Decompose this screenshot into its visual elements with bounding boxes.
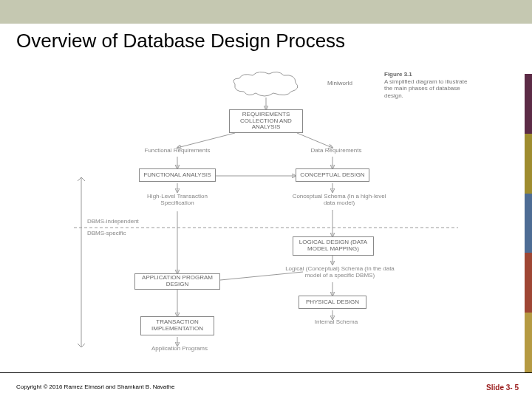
transaction-implementation-box: TRANSACTION IMPLEMENTATION bbox=[140, 316, 214, 335]
figure-caption-text: A simplified diagram to illustrate the m… bbox=[384, 78, 468, 99]
svg-line-19 bbox=[78, 177, 81, 181]
highlevel-transaction-label: High-Level Transaction Specification bbox=[133, 194, 222, 207]
side-stripe bbox=[525, 74, 532, 372]
miniworld-label: Miniworld bbox=[303, 80, 377, 86]
app-program-design-box: APPLICATION PROGRAM DESIGN bbox=[134, 273, 220, 290]
svg-line-20 bbox=[81, 344, 85, 347]
page-title: Overview of Database Design Process bbox=[16, 30, 345, 52]
application-programs-label: Application Programs bbox=[139, 346, 220, 352]
svg-line-21 bbox=[78, 344, 81, 347]
slide: Overview of Database Design Process bbox=[0, 0, 532, 399]
header-band bbox=[0, 0, 532, 24]
data-requirements-label: Data Requirements bbox=[296, 148, 377, 154]
requirements-box: REQUIREMENTS COLLECTION AND ANALYSIS bbox=[229, 109, 303, 133]
diagram: Figure 3.1 A simplified diagram to illus… bbox=[52, 66, 480, 362]
logical-design-box: LOGICAL DESIGN (DATA MODEL MAPPING) bbox=[293, 236, 374, 256]
dbms-independent-label: DBMS-independent bbox=[87, 219, 154, 225]
copyright: Copyright © 2016 Ramez Elmasri and Shamk… bbox=[16, 383, 174, 390]
miniworld-cloud: Miniworld bbox=[229, 71, 303, 98]
logical-schema-label: Logical (Conceptual) Schema (In the data… bbox=[281, 266, 399, 279]
functional-analysis-box: FUNCTIONAL ANALYSIS bbox=[139, 168, 216, 182]
figure-caption: Figure 3.1 A simplified diagram to illus… bbox=[384, 71, 473, 99]
conceptual-schema-label: Conceptual Schema (In a high-level data … bbox=[291, 194, 387, 207]
svg-line-18 bbox=[81, 177, 85, 181]
svg-line-1 bbox=[177, 133, 235, 148]
internal-schema-label: Internal Schema bbox=[303, 319, 369, 326]
dbms-specific-label: DBMS-specific bbox=[87, 231, 154, 237]
slide-number: Slide 3- 5 bbox=[486, 383, 519, 392]
figure-caption-label: Figure 3.1 bbox=[384, 71, 412, 78]
footer: Copyright © 2016 Ramez Elmasri and Shamk… bbox=[0, 372, 532, 399]
conceptual-design-box: CONCEPTUAL DESIGN bbox=[296, 168, 369, 182]
footer-rule bbox=[0, 372, 532, 373]
svg-line-2 bbox=[297, 133, 332, 148]
functional-requirements-label: Functional Requirements bbox=[133, 148, 222, 154]
physical-design-box: PHYSICAL DESIGN bbox=[299, 296, 366, 309]
